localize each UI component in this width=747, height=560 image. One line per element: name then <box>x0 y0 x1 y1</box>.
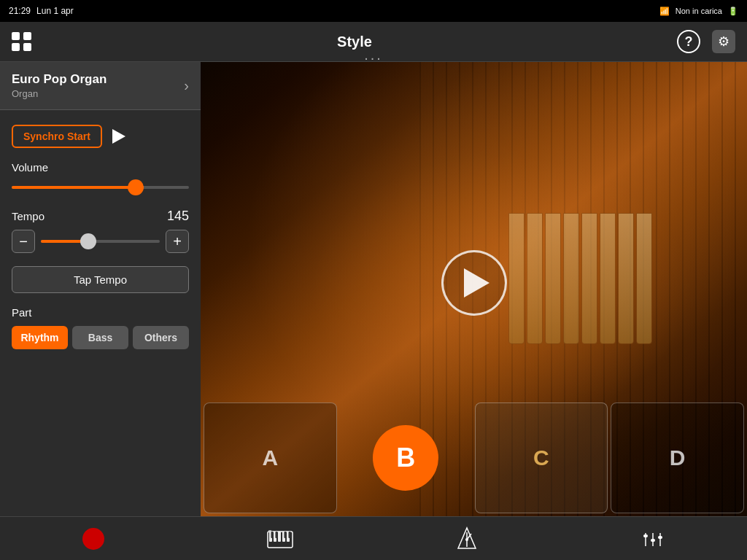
tempo-slider[interactable] <box>41 230 160 253</box>
volume-fill <box>12 186 136 189</box>
svg-rect-7 <box>276 532 278 538</box>
variation-buttons-container: A B C D <box>201 400 747 516</box>
play-button[interactable] <box>112 129 125 144</box>
battery-icon: 🔋 <box>728 7 738 16</box>
top-bar-dots: ··· <box>364 50 383 66</box>
sidebar: Euro Pop Organ Organ › Synchro Start Vol… <box>0 62 201 516</box>
svg-rect-19 <box>651 539 655 542</box>
nav-keyboard[interactable] <box>262 521 298 557</box>
svg-rect-9 <box>289 532 291 538</box>
record-icon <box>82 528 104 550</box>
help-button[interactable]: ? <box>677 30 700 53</box>
top-bar-right: ? ⚙ <box>677 30 735 53</box>
tempo-value: 145 <box>167 209 189 224</box>
tempo-label: Tempo <box>12 210 44 222</box>
tempo-section: Tempo 145 − + <box>12 209 189 253</box>
bottom-navigation <box>0 516 747 560</box>
metronome-icon <box>457 526 477 551</box>
top-bar-left <box>12 32 32 51</box>
tempo-plus-button[interactable]: + <box>166 230 189 253</box>
instrument-header[interactable]: Euro Pop Organ Organ › <box>0 62 201 110</box>
svg-rect-10 <box>268 530 271 531</box>
settings-button[interactable]: ⚙ <box>712 30 735 53</box>
play-circle-button[interactable] <box>441 250 507 316</box>
status-time: 21:29 <box>9 6 31 16</box>
volume-track <box>12 186 189 189</box>
tempo-row: Tempo 145 <box>12 209 189 224</box>
variation-c-button[interactable]: C <box>475 402 608 513</box>
page-title: Style <box>337 34 372 50</box>
status-left: 21:29 Lun 1 apr <box>9 6 74 16</box>
sidebar-content: Synchro Start Volume Tempo 145 − <box>0 110 201 516</box>
grid-icon[interactable] <box>12 32 32 51</box>
volume-slider[interactable] <box>12 179 189 195</box>
part-rhythm-button[interactable]: Rhythm <box>12 326 68 349</box>
svg-rect-20 <box>658 536 662 539</box>
top-bar: ··· Style ? ⚙ <box>0 22 747 62</box>
synchro-start-button[interactable]: Synchro Start <box>12 125 102 148</box>
chevron-right-icon: › <box>184 77 189 94</box>
svg-rect-3 <box>278 532 281 542</box>
mixer-icon <box>643 529 665 549</box>
variation-b-button[interactable]: B <box>340 402 472 513</box>
volume-label: Volume <box>12 161 189 174</box>
tempo-thumb[interactable] <box>80 233 96 249</box>
part-bass-button[interactable]: Bass <box>72 326 128 349</box>
nav-metronome[interactable] <box>449 521 485 557</box>
synchro-row: Synchro Start <box>12 125 189 148</box>
tempo-track <box>41 240 160 243</box>
tempo-minus-button[interactable]: − <box>12 230 35 253</box>
nav-record[interactable] <box>75 521 112 557</box>
volume-section: Volume <box>12 161 189 195</box>
main-content: A B C D <box>201 62 747 516</box>
play-triangle-icon <box>464 268 489 298</box>
instrument-name: Euro Pop Organ <box>12 72 107 87</box>
status-date: Lun 1 apr <box>36 6 74 16</box>
part-label: Part <box>12 306 189 319</box>
part-buttons: Rhythm Bass Others <box>12 326 189 349</box>
status-bar: 21:29 Lun 1 apr 📶 Non in carica 🔋 <box>0 0 747 22</box>
svg-rect-6 <box>271 532 274 538</box>
svg-rect-18 <box>643 534 648 537</box>
variation-a-button[interactable]: A <box>204 402 337 513</box>
variation-d-button[interactable]: D <box>611 402 744 513</box>
battery-status: Non in carica <box>676 7 722 15</box>
status-right: 📶 Non in carica 🔋 <box>659 7 738 16</box>
part-others-button[interactable]: Others <box>133 326 189 349</box>
nav-mixer[interactable] <box>635 521 672 557</box>
instrument-category: Organ <box>12 88 107 99</box>
tap-tempo-button[interactable]: Tap Tempo <box>12 266 189 293</box>
tempo-control: − + <box>12 230 189 253</box>
svg-rect-8 <box>285 532 287 538</box>
wifi-icon: 📶 <box>659 7 670 16</box>
part-section: Part Rhythm Bass Others <box>12 306 189 349</box>
volume-thumb[interactable] <box>128 179 144 195</box>
keyboard-icon <box>267 529 293 549</box>
instrument-info: Euro Pop Organ Organ <box>12 72 107 99</box>
variation-b-active: B <box>373 425 438 491</box>
